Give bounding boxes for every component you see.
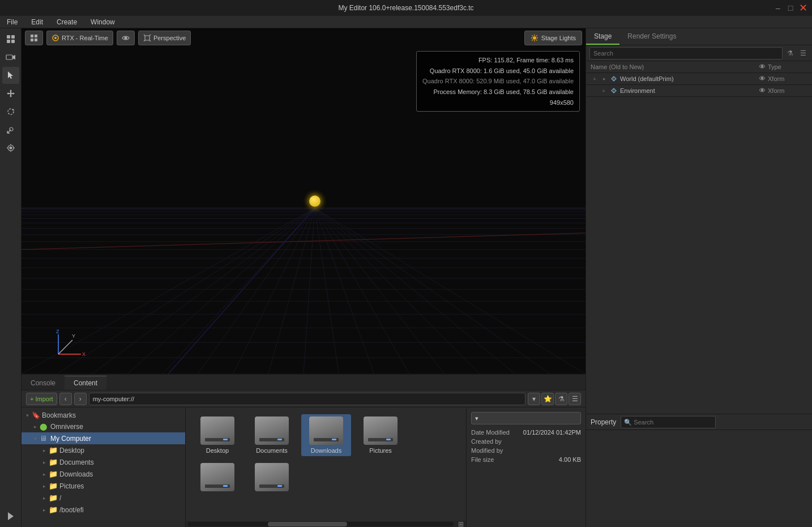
grid-view-toggle[interactable]: ⊞ (456, 519, 466, 527)
nav-back-btn[interactable]: ‹ (59, 393, 72, 405)
menu-window[interactable]: Window (88, 17, 117, 27)
svg-marker-15 (8, 512, 14, 520)
viewport-eye-btn[interactable] (117, 31, 135, 45)
rtx-realtime-btn[interactable]: RTX - Real-Time (46, 31, 113, 45)
file-item-pictures[interactable]: Pictures (356, 414, 405, 456)
tree-item-documents[interactable]: ▸ 📁 Documents (22, 456, 185, 468)
add-import-label: + Import (30, 396, 53, 402)
tree-item-boot-efi[interactable]: ▸ 📁 /boot/efi (22, 504, 185, 516)
scrollbar-track[interactable] (188, 522, 454, 526)
star-btn[interactable]: ⭐ (541, 393, 554, 405)
file-item-downloads[interactable]: Downloads (301, 414, 351, 456)
stage-lights-btn[interactable]: Stage Lights (524, 31, 582, 45)
file-label-desktop: Desktop (206, 447, 229, 454)
minimize-button[interactable]: – (773, 3, 783, 12)
list-view-btn[interactable]: ☰ (569, 393, 581, 405)
tab-render-settings[interactable]: Render Settings (619, 28, 684, 45)
maximize-button[interactable]: □ (786, 3, 795, 12)
svg-rect-17 (35, 35, 37, 37)
svg-rect-4 (6, 55, 12, 60)
settings-tool-btn[interactable] (2, 31, 19, 48)
menu-edit[interactable]: Edit (29, 17, 45, 27)
folder-icon-boot-efi: 📁 (49, 505, 58, 514)
drive-icon-extra2 (255, 463, 289, 491)
viewport-settings-btn[interactable] (25, 31, 43, 45)
menu-bar: File Edit Create Window (0, 16, 812, 28)
bottom-tabs: Console Content (22, 375, 586, 390)
file-item-extra1[interactable] (193, 461, 242, 496)
tree-item-root[interactable]: ▸ 📁 / (22, 492, 185, 504)
svg-rect-1 (11, 35, 15, 39)
add-import-btn[interactable]: + Import (26, 393, 57, 405)
rotate-tool-btn[interactable] (2, 103, 19, 120)
col-type-header: Type (768, 63, 807, 70)
prop-value-filesize: 4.00 KB (559, 456, 581, 463)
content-right-buttons: ▾ ⭐ ⚗ ☰ (528, 393, 581, 405)
stage-row-environment[interactable]: + Environment Xform (586, 85, 812, 97)
close-button[interactable]: ✕ (798, 3, 807, 12)
tree-label-documents: Documents (59, 458, 94, 466)
svg-point-43 (761, 65, 763, 67)
tree-item-pictures[interactable]: ▸ 📁 Pictures (22, 480, 185, 492)
stage-table-header: Name (Old to New) Type (586, 61, 812, 73)
env-add-btn[interactable]: + (600, 87, 608, 95)
play-tool-btn[interactable] (2, 508, 19, 525)
file-label-pictures: Pictures (369, 447, 392, 454)
select-tool-btn[interactable] (2, 67, 19, 84)
file-item-extra2[interactable] (247, 461, 297, 496)
scale-tool-btn[interactable] (2, 121, 19, 138)
camera-tool-btn[interactable] (2, 49, 19, 66)
bottom-panel: Console Content + Import ‹ › ▾ ⭐ ⚗ ☰ (22, 374, 586, 527)
window-title: My Editor 106.0+release.150084.553edf3c.… (338, 4, 473, 12)
perspective-label: Perspective (153, 35, 186, 41)
tree-item-omniverse[interactable]: ▸ ⬤ Omniverse (22, 421, 185, 432)
svg-line-36 (532, 40, 532, 40)
env-visibility[interactable] (757, 87, 768, 94)
stage-search-input[interactable] (589, 47, 783, 60)
prop-created-by-row: Created by (471, 438, 581, 445)
property-search-input[interactable] (621, 416, 716, 428)
expand-icon-boot-efi: ▸ (43, 507, 46, 513)
tab-stage[interactable]: Stage (586, 28, 619, 45)
col-vis-header (757, 63, 768, 70)
nav-forward-btn[interactable]: › (74, 393, 87, 405)
properties-dropdown[interactable]: ▾ (471, 412, 581, 424)
folder-icon-downloads: 📁 (49, 470, 58, 478)
move-tool-btn[interactable] (2, 85, 19, 102)
stage-filter-btn[interactable]: ⚗ (784, 48, 796, 59)
sun-circle (309, 196, 320, 207)
expand-icon-downloads: ▸ (43, 471, 46, 477)
bookmark-btn[interactable]: ▾ (528, 393, 540, 405)
tab-render-label: Render Settings (627, 32, 676, 40)
expand-icon-root: ▸ (43, 495, 46, 501)
menu-create[interactable]: Create (54, 17, 79, 27)
filter-btn[interactable]: ⚗ (555, 393, 567, 405)
sun-object (306, 192, 324, 210)
prop-dropdown-arrow: ▾ (475, 415, 478, 422)
path-input[interactable] (89, 393, 525, 405)
world-visibility[interactable] (757, 75, 768, 82)
world-add-btn[interactable]: + (591, 75, 599, 83)
tree-item-bookmarks[interactable]: ▾ 🔖 Bookmarks (22, 410, 185, 421)
svg-point-45 (761, 77, 763, 79)
snap-tool-btn[interactable] (2, 139, 19, 156)
world-label: World (defaultPrim) (620, 75, 674, 82)
world-expand-btn[interactable]: ▸ (601, 75, 608, 82)
scrollbar-thumb[interactable] (268, 522, 348, 526)
tree-item-downloads[interactable]: ▸ 📁 Downloads (22, 468, 185, 480)
tab-content[interactable]: Content (65, 376, 106, 390)
bottom-content: + Import ‹ › ▾ ⭐ ⚗ ☰ (22, 390, 586, 527)
bookmark-icon: 🔖 (32, 411, 40, 419)
menu-file[interactable]: File (5, 17, 20, 27)
stage-row-world[interactable]: + ▸ World (defaultPrim) Xform (586, 73, 812, 85)
file-item-desktop[interactable]: Desktop (193, 414, 242, 456)
tree-item-mycomputer[interactable]: ▾ 🖥 My Computer (22, 432, 185, 444)
perspective-btn[interactable]: Perspective (138, 31, 191, 45)
tree-item-desktop[interactable]: ▸ 📁 Desktop (22, 444, 185, 456)
stage-list-btn[interactable]: ☰ (797, 48, 809, 59)
viewport[interactable]: RTX - Real-Time Perspective Stage Lights… (22, 28, 586, 374)
tree-label-root: / (59, 494, 61, 502)
file-item-documents[interactable]: Documents (247, 414, 297, 456)
tab-console[interactable]: Console (22, 376, 65, 390)
svg-point-7 (8, 109, 14, 114)
